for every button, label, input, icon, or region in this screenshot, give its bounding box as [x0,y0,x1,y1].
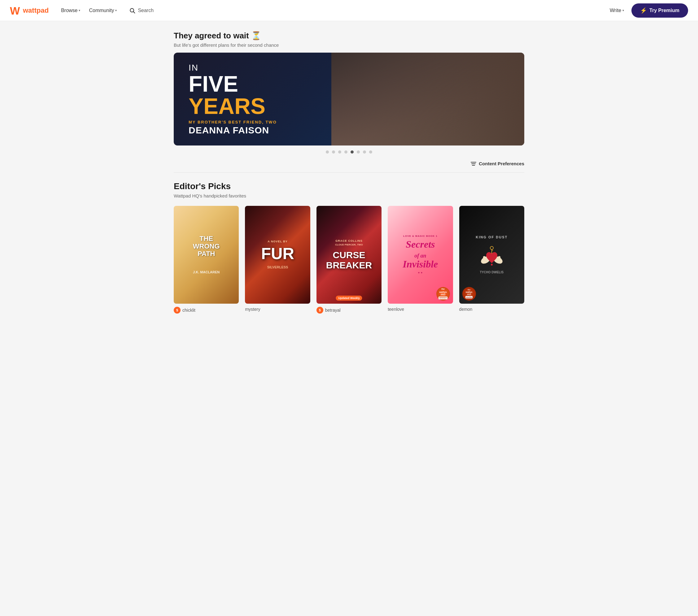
book-cover-2: A NOVEL BY FUR SILVERLESS [245,206,310,304]
carousel-dot-6[interactable] [357,151,360,154]
hero-author-text: DEANNA FAISON [189,125,277,135]
book-cover-3: GRACE COLLINS CLOUD PIERCER, TWO CURSEBR… [317,206,381,304]
carousel-dot-8[interactable] [369,151,372,154]
community-button[interactable]: Community ▾ [85,5,121,16]
write-button[interactable]: Write ▾ [606,5,628,16]
carousel-dot-4[interactable] [344,151,347,154]
book-item-4[interactable]: LOVE & MAGIC BOOK 1 Secretsof anInvisibl… [388,206,453,314]
hero-title: They agreed to wait ⏳ [174,31,524,41]
premium-button[interactable]: ⚡ Try Premium [631,3,688,18]
book-cover-1: THEWRONGPATH J.K. MACLAREN [174,206,239,304]
carousel-dot-5[interactable] [351,151,354,154]
book-genre-row-2: mystery [245,307,310,312]
book-item-2[interactable]: A NOVEL BY FUR SILVERLESS mystery [245,206,310,314]
book-genre-5: demon [459,307,473,312]
svg-text:W: W [10,5,20,16]
carousel-dot-3[interactable] [338,151,341,154]
book-item-3[interactable]: GRACE COLLINS CLOUD PIERCER, TWO CURSEBR… [317,206,381,314]
book-item-1[interactable]: THEWRONGPATH J.K. MACLAREN $ chicklit [174,206,239,314]
filter-line-2 [471,163,476,164]
lightning-icon: ⚡ [640,7,647,14]
svg-point-8 [490,246,493,249]
hero-book-info: IN FIVE YEARS MY BROTHER'S BEST FRIEND, … [174,53,292,145]
book-genre-3: betrayal [325,308,341,313]
search-area[interactable]: Search [125,5,157,16]
hero-series-text: MY BROTHER'S BEST FRIEND, TWO [189,120,277,125]
carousel-dots [174,151,524,154]
book-genre-2: mystery [245,307,260,312]
filter-icon [471,162,476,166]
section-divider [174,172,524,173]
book-cover-img-2: A NOVEL BY FUR SILVERLESS [245,206,310,304]
wattys-shortlist-badge-5: the wattys 2022 shortlist [462,287,476,301]
hero-banner[interactable]: IN FIVE YEARS MY BROTHER'S BEST FRIEND, … [174,53,524,145]
carousel-dot-1[interactable] [326,151,329,154]
book-cover-5: KING OF DUST [459,206,524,304]
filter-line-3 [472,165,475,166]
filter-line-1 [471,162,476,162]
book-badge-3: Updated Weekly [336,296,362,301]
hero-subtitle: But life's got different plans for their… [174,42,524,48]
nav-right: Write ▾ ⚡ Try Premium [606,3,688,18]
books-grid: THEWRONGPATH J.K. MACLAREN $ chicklit A … [174,206,524,314]
book-cover-4: LOVE & MAGIC BOOK 1 Secretsof anInvisibl… [388,206,453,304]
search-icon [129,8,135,14]
content-preferences-row: Content Preferences [174,161,524,166]
book-genre-row-1: $ chicklit [174,307,239,314]
svg-line-2 [134,12,135,13]
book-genre-row-4: teenlove [388,307,453,312]
logo-text: wattpad [23,6,48,15]
carousel-dot-2[interactable] [332,151,335,154]
book-genre-1: chicklit [182,308,195,313]
editors-picks-title: Editor's Picks [174,182,524,191]
hero-five-text: FIVE YEARS [189,73,277,117]
write-chevron-icon: ▾ [623,9,624,12]
editors-picks-section: Editor's Picks Wattpad HQ's handpicked f… [174,182,524,314]
book-cover-img-3: GRACE COLLINS CLOUD PIERCER, TWO CURSEBR… [317,206,381,304]
hero-section: They agreed to wait ⏳ But life's got dif… [174,31,524,154]
editors-picks-subtitle: Wattpad HQ's handpicked favorites [174,193,524,198]
community-chevron-icon: ▾ [115,9,117,12]
search-label: Search [138,8,154,13]
book-item-5[interactable]: KING OF DUST [459,206,524,314]
book-cover-img-1: THEWRONGPATH J.K. MACLAREN [174,206,239,304]
svg-point-10 [491,264,493,266]
paid-icon-1: $ [174,307,181,314]
carousel-dot-7[interactable] [363,151,366,154]
hero-years-text: YEARS [189,94,265,118]
book-genre-row-3: $ betrayal [317,307,381,314]
wattys-winner-badge-4: the wattys 2022 WINNER [436,287,450,301]
browse-chevron-icon: ▾ [79,9,80,12]
book-genre-4: teenlove [388,307,404,312]
book-genre-row-5: demon [459,307,524,312]
nav-links: Browse ▾ Community ▾ [57,5,121,16]
navbar: W wattpad Browse ▾ Community ▾ Search Wr… [0,0,698,21]
paid-icon-3: $ [317,307,323,314]
logo[interactable]: W wattpad [10,5,48,16]
main-content: They agreed to wait ⏳ But life's got dif… [166,21,532,324]
hero-gradient-overlay [331,53,524,145]
browse-button[interactable]: Browse ▾ [57,5,84,16]
content-preferences-button[interactable]: Content Preferences [471,161,524,166]
